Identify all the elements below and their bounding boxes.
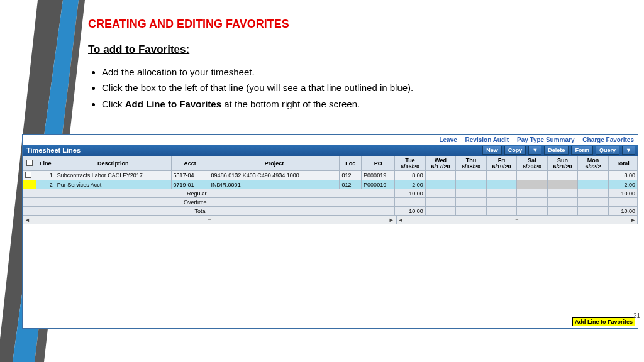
col-loc: Loc bbox=[340, 156, 362, 171]
bullet-list: Add the allocation to your timesheet. Cl… bbox=[88, 65, 644, 111]
col-day-7: Mon6/22/2 bbox=[578, 156, 609, 171]
link-leave[interactable]: Leave bbox=[439, 136, 457, 143]
new-button[interactable]: New bbox=[482, 146, 502, 155]
link-revision-audit[interactable]: Revision Audit bbox=[465, 136, 509, 143]
col-acct: Acct bbox=[171, 156, 209, 171]
slide-subtitle: To add to Favorites: bbox=[88, 43, 644, 56]
row-checkbox[interactable] bbox=[23, 171, 36, 180]
top-links: Leave Revision Audit Pay Type Summary Ch… bbox=[23, 135, 638, 145]
col-day-4: Fri6/19/20 bbox=[486, 156, 517, 171]
copy-button[interactable]: Copy bbox=[504, 146, 526, 155]
query-button[interactable]: Query bbox=[596, 146, 619, 155]
summary-total: Total 10.00 10.00 bbox=[23, 207, 638, 216]
copy-dropdown[interactable]: ▼ bbox=[528, 146, 541, 155]
col-line: Line bbox=[36, 156, 55, 171]
table-row[interactable]: 1 Subcontracts Labor CACI FY2017 5317-04… bbox=[23, 171, 638, 180]
row-checkbox[interactable] bbox=[23, 180, 36, 189]
col-checkbox[interactable] bbox=[23, 156, 36, 171]
bullet-1: Add the allocation to your timesheet. bbox=[102, 65, 644, 79]
summary-regular: Regular 10.00 10.00 bbox=[23, 189, 638, 198]
add-line-to-favorites-button[interactable]: Add Line to Favorites bbox=[572, 317, 635, 326]
panel-title: Timesheet Lines bbox=[26, 146, 80, 154]
timesheet-screenshot: Leave Revision Audit Pay Type Summary Ch… bbox=[22, 134, 638, 329]
slide-title: CREATING AND EDITING FAVORITES bbox=[88, 18, 644, 31]
form-button[interactable]: Form bbox=[571, 146, 593, 155]
table-row[interactable]: 2 Pur Services Acct 0719-01 INDIR.0001 0… bbox=[23, 180, 638, 189]
h-scrollbar-right[interactable]: ◄ = ► bbox=[396, 216, 638, 224]
col-po: PO bbox=[362, 156, 395, 171]
col-description: Description bbox=[55, 156, 171, 171]
col-day-2: Wed6/17/20 bbox=[425, 156, 456, 171]
link-pay-type-summary[interactable]: Pay Type Summary bbox=[517, 136, 575, 143]
col-total: Total bbox=[608, 156, 637, 171]
header-row: Line Description Acct Project Loc PO Tue… bbox=[23, 156, 638, 171]
col-project: Project bbox=[209, 156, 340, 171]
checkbox-icon bbox=[25, 172, 31, 178]
scroll-row: ◄ = ► ◄ = ► bbox=[23, 216, 638, 224]
summary-overtime: Overtime bbox=[23, 198, 638, 207]
scroll-left-icon[interactable]: ◄ bbox=[25, 217, 30, 223]
delete-button[interactable]: Delete bbox=[544, 146, 569, 155]
col-day-5: Sat6/20/20 bbox=[517, 156, 548, 171]
panel-header: Timesheet Lines New Copy ▼ Delete Form Q… bbox=[23, 145, 638, 156]
link-charge-favorites[interactable]: Charge Favorites bbox=[582, 136, 634, 143]
col-day-6: Sun6/21/20 bbox=[547, 156, 578, 171]
h-scrollbar-left[interactable]: ◄ = ► bbox=[23, 216, 396, 224]
header-checkbox-icon bbox=[26, 160, 33, 166]
bullet-2: Click the box to the left of that line (… bbox=[102, 80, 644, 95]
query-dropdown[interactable]: ▼ bbox=[622, 146, 635, 155]
col-day-1: Tue6/16/20 bbox=[395, 156, 426, 171]
bullet-3: Click Add Line to Favorites at the botto… bbox=[102, 97, 644, 111]
scroll-right-icon[interactable]: ► bbox=[389, 217, 394, 223]
col-day-3: Thu6/18/20 bbox=[456, 156, 487, 171]
scroll-right-icon[interactable]: ► bbox=[630, 217, 636, 223]
timesheet-table: Line Description Acct Project Loc PO Tue… bbox=[23, 156, 638, 216]
scroll-left-icon[interactable]: ◄ bbox=[398, 217, 404, 223]
page-number: 21 bbox=[633, 312, 640, 319]
